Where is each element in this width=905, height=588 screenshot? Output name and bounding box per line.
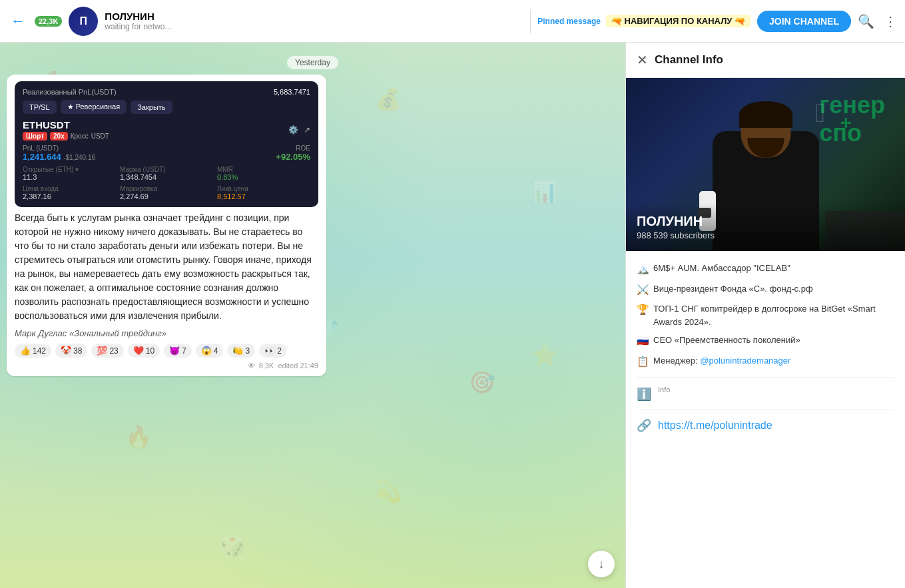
rp-title: Channel Info (655, 53, 723, 67)
desc-text-1: 6М$+ AUM. Амбассадор "ICELAB" (653, 262, 790, 275)
channel-status: waiting for netwo... (105, 22, 523, 31)
rp-body: 🏔️ 6М$+ AUM. Амбассадор "ICELAB" ⚔️ Вице… (626, 251, 905, 443)
reactions-bar: 👍 142 🤡 38 💯 23 ❤️ 10 (15, 344, 318, 358)
tag-currency: USDT (91, 133, 109, 140)
roe-value: +92.05% (168, 152, 310, 162)
tc-tags: Шорт 20x Кросс USDT (23, 132, 109, 141)
reaction-emoji: 💯 (97, 346, 107, 356)
mark-cell: Маркировка 2,274.69 (120, 185, 213, 200)
reverse-button[interactable]: ★ Реверсивная (61, 100, 127, 114)
rp-info-section: ℹ️ Info (637, 377, 894, 402)
message-bubble: Реализованный PnL(USDT) 5,683.7471 TP/SL… (7, 75, 326, 376)
desc-emoji-1: 🏔️ (637, 262, 649, 277)
reaction-thumbsup[interactable]: 👍 142 (15, 344, 51, 358)
tc-pnl-row: PnL (USDT) 1,241.644 -$1,240.16 ROE +92.… (23, 145, 310, 162)
desc-emoji-3: 🏆 (637, 302, 649, 318)
pinned-text: 🔫 НАВИГАЦИЯ ПО КАНАЛУ 🔫 (606, 15, 751, 27)
reaction-emoji: 👀 (264, 346, 275, 356)
pnl-sub: -$1,240.16 (63, 154, 95, 161)
mmr-cell: MMR 0.83% (217, 166, 310, 181)
rp-link-section: 🔗 https://t.me/polunintrade (637, 410, 894, 433)
message-views: 8,3K (259, 362, 274, 370)
info-icon: ℹ️ (637, 387, 651, 402)
channel-avatar: П (69, 7, 98, 36)
reaction-lemon[interactable]: 🍋 3 (227, 344, 255, 358)
close-button[interactable]: Закрыть (131, 101, 172, 114)
reaction-emoji: 👍 (20, 346, 31, 356)
reaction-count: 4 (214, 346, 218, 356)
trading-card: Реализованный PnL(USDT) 5,683.7471 TP/SL… (15, 81, 318, 207)
reaction-devil[interactable]: 😈 7 (164, 344, 192, 358)
desc-text-2: Вице-президент Фонда «С». фонд-с.рф (653, 282, 813, 296)
tag-cross: Кросс (71, 133, 89, 140)
chat-panel: 🚀 🤖 💰 📊 ⚡ 💎 🎯 🔥 💫 🌟 ⭐ 🎲 Yesterday (0, 43, 625, 588)
reaction-count: 3 (245, 346, 250, 356)
tag-short: Шорт (23, 132, 47, 141)
rp-close-button[interactable]: ✕ (637, 52, 648, 68)
message-text: Всегда быть к услугам рынка означает тре… (15, 211, 318, 323)
share-icon: ↗ (304, 125, 310, 135)
message-footer: 👁 8,3K edited 21:49 (15, 362, 318, 370)
tc-realized-value: 5,683.7471 (274, 88, 310, 96)
rp-channel-image: генерспо  + (626, 78, 905, 251)
reaction-count: 142 (33, 346, 46, 356)
tp-sl-button[interactable]: TP/SL (23, 101, 57, 114)
chat-messages: Yesterday Реализованный PnL(USDT) 5,683.… (0, 43, 625, 588)
desc-item-5: 📋 Менеджер: @polunintrademanager (637, 354, 894, 370)
desc-item-3: 🏆 ТОП-1 СНГ копитрейдер в долгосроке на … (637, 302, 894, 328)
scroll-down-icon: ↓ (599, 557, 605, 571)
main-layout: 🚀 🤖 💰 📊 ⚡ 💎 🎯 🔥 💫 🌟 ⭐ 🎲 Yesterday (0, 43, 905, 588)
scroll-down-button[interactable]: ↓ (588, 551, 615, 577)
rp-subscribers: 988 539 subscribers (637, 230, 894, 240)
manager-link[interactable]: @polunintrademanager (700, 356, 790, 366)
reaction-emoji: 🍋 (232, 346, 243, 356)
desc-emoji-2: ⚔️ (637, 282, 649, 298)
message-time: edited 21:49 (278, 362, 318, 370)
date-separator: Yesterday (7, 56, 619, 68)
subscriber-badge: 22,3K (35, 16, 62, 27)
header-icons: 🔍 ⋮ (858, 13, 897, 29)
reaction-clown[interactable]: 🤡 38 (55, 344, 87, 358)
link-icon: 🔗 (637, 418, 651, 433)
desc-text-5: Менеджер: @polunintrademanager (653, 354, 790, 368)
reaction-count: 2 (277, 346, 282, 356)
join-channel-button[interactable]: JOIN CHANNEL (757, 11, 851, 32)
desc-emoji-4: 🇷🇺 (637, 334, 649, 349)
rp-channel-name: ПОЛУНИН (637, 214, 894, 229)
reaction-emoji: ❤️ (133, 346, 144, 356)
reaction-count: 7 (182, 346, 186, 356)
pinned-label: Pinned message (537, 17, 601, 26)
top-header: ← 22,3K П ПОЛУНИН waiting for netwo... P… (0, 0, 905, 43)
pnl-value: 1,241.644 (23, 152, 61, 162)
tc-grid: Открытые (ETH) ▾ 11.3 Маржа (USDT) 1,348… (23, 166, 310, 200)
reaction-count: 10 (146, 346, 154, 356)
channel-link[interactable]: https://t.me/polunintrade (658, 420, 772, 432)
margin-cell: Маржа (USDT) 1,348.7454 (120, 166, 213, 181)
rp-image-overlay: ПОЛУНИН 988 539 subscribers (626, 203, 905, 251)
bars-icon: ⚙️ (288, 125, 298, 135)
desc-item-4: 🇷🇺 СЕО «Преемственность поколений» (637, 334, 894, 349)
tc-realized-label: Реализованный PnL(USDT) (23, 88, 117, 96)
desc-item-2: ⚔️ Вице-президент Фонда «С». фонд-с.рф (637, 282, 894, 298)
info-label: Info (658, 386, 670, 394)
reaction-eyes[interactable]: 👀 2 (259, 344, 287, 358)
desc-text-3: ТОП-1 СНГ копитрейдер в долгосроке на Bi… (653, 302, 894, 328)
liq-cell: Ликв.цена 8,512.57 (217, 185, 310, 200)
tag-leverage: 20x (50, 132, 68, 141)
more-icon[interactable]: ⋮ (884, 13, 897, 29)
reaction-count: 23 (109, 346, 118, 356)
back-button[interactable]: ← (8, 10, 28, 33)
reaction-heart[interactable]: ❤️ 10 (128, 344, 160, 358)
reaction-count: 38 (73, 346, 82, 356)
rp-header: ✕ Channel Info (626, 43, 905, 78)
roe-label: ROE (168, 145, 310, 152)
tc-symbol-row: ETHUSDT Шорт 20x Кросс USDT ⚙️ ↗ (23, 119, 310, 141)
reaction-scared[interactable]: 😱 4 (196, 344, 224, 358)
search-icon[interactable]: 🔍 (858, 13, 874, 29)
pinned-message[interactable]: Pinned message 🔫 НАВИГАЦИЯ ПО КАНАЛУ 🔫 (537, 15, 751, 27)
reaction-100[interactable]: 💯 23 (91, 344, 123, 358)
desc-text-4: СЕО «Преемственность поколений» (653, 334, 800, 347)
tc-header: Реализованный PnL(USDT) 5,683.7471 (23, 88, 310, 96)
entry-cell: Цена входа 2,387.16 (23, 185, 116, 200)
tc-symbol: ETHUSDT (23, 119, 109, 131)
